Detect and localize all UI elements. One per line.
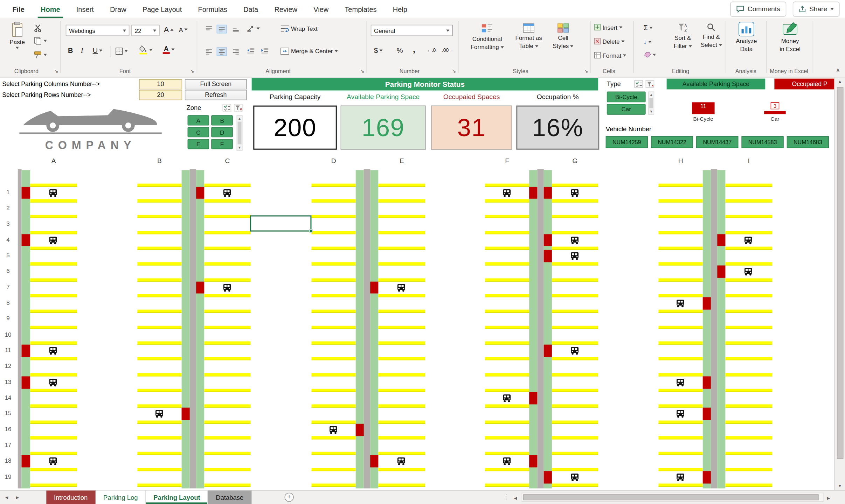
spot-divider xyxy=(659,436,703,439)
spot-divider xyxy=(378,246,425,250)
spot-divider xyxy=(30,231,77,234)
spot-divider xyxy=(311,452,355,455)
occupied-cell-E18 xyxy=(370,455,378,468)
column-letter-d: D xyxy=(323,157,345,165)
vehicle-icon-G1 xyxy=(570,189,580,197)
spot-divider xyxy=(725,326,772,329)
vertical-scroll-thumb[interactable] xyxy=(837,87,843,459)
tab-splitter-handle[interactable]: ⋮ xyxy=(503,493,509,500)
vehicle-icon-I4 xyxy=(744,236,754,244)
selected-cell[interactable] xyxy=(250,215,311,231)
spot-divider xyxy=(552,262,598,266)
hscroll-right-arrow[interactable]: ► xyxy=(826,495,831,500)
spot-divider xyxy=(552,452,598,455)
excel-window: FileHomeInsertDrawPage LayoutFormulasDat… xyxy=(0,0,845,504)
spot-divider xyxy=(659,326,703,329)
sheet-tab-bar: ◄ ► IntroductionParking LogParking Layou… xyxy=(0,490,845,504)
spot-divider xyxy=(552,294,598,297)
sheet-tab-database[interactable]: Database xyxy=(208,491,252,504)
spot-divider xyxy=(485,405,529,408)
spot-divider xyxy=(30,294,77,297)
spot-divider xyxy=(552,373,598,376)
occupied-cell-E7 xyxy=(370,281,378,294)
spot-divider xyxy=(204,278,250,281)
occupied-cell-A18 xyxy=(22,455,30,468)
sheet-tab-parking-log[interactable]: Parking Log xyxy=(96,491,146,504)
spot-divider xyxy=(552,278,598,281)
spot-divider xyxy=(485,420,529,424)
column-letter-c: C xyxy=(217,157,238,165)
occupied-cell-I6 xyxy=(717,266,725,278)
row-number-13: 13 xyxy=(1,378,15,385)
vehicle-icon-B15 xyxy=(155,410,165,418)
vehicle-icon-I6 xyxy=(744,268,754,276)
row-number-3: 3 xyxy=(1,220,15,227)
column-letter-a: A xyxy=(43,157,64,165)
vehicle-icon-D16 xyxy=(329,426,339,434)
sheet-tab-introduction[interactable]: Introduction xyxy=(46,491,96,504)
spot-divider xyxy=(552,215,598,218)
collapse-ribbon-button[interactable]: ∧ xyxy=(833,67,843,73)
spot-divider xyxy=(725,294,772,297)
spot-divider xyxy=(659,373,703,376)
sheet-tabs: IntroductionParking LogParking LayoutDat… xyxy=(46,491,251,504)
add-sheet-button[interactable]: + xyxy=(285,493,294,502)
spot-divider xyxy=(378,199,425,202)
spot-divider xyxy=(311,278,355,281)
spot-divider xyxy=(204,357,250,360)
spot-divider xyxy=(659,405,703,408)
spot-divider xyxy=(311,468,355,471)
spot-divider xyxy=(725,278,772,281)
vertical-scrollbar[interactable]: ▲ ▼ xyxy=(834,78,845,490)
chart-category-label: Car xyxy=(759,116,791,122)
spot-divider xyxy=(137,436,181,439)
spot-divider xyxy=(485,373,529,376)
hscroll-left-arrow[interactable]: ◄ xyxy=(513,495,518,500)
vehicle-icon-A1 xyxy=(49,189,58,197)
vehicle-icon-H15 xyxy=(676,410,686,418)
spot-divider xyxy=(311,373,355,376)
fill-handle[interactable] xyxy=(309,229,312,232)
spot-divider xyxy=(552,183,598,187)
spot-divider xyxy=(137,231,181,234)
vehicle-icon-C7 xyxy=(223,284,233,292)
spot-divider xyxy=(485,341,529,344)
row-number-8: 8 xyxy=(1,299,15,306)
occupied-cell-G4 xyxy=(544,234,552,246)
sheet-tab-parking-layout[interactable]: Parking Layout xyxy=(146,491,208,504)
spot-divider xyxy=(30,199,77,202)
spot-divider xyxy=(204,199,250,202)
spot-divider xyxy=(552,231,598,234)
occupied-cell-F18 xyxy=(529,455,537,468)
spot-divider xyxy=(311,183,355,187)
spot-divider xyxy=(204,405,250,408)
spot-divider xyxy=(30,183,77,187)
horizontal-scroll-thumb[interactable] xyxy=(523,494,818,500)
spot-divider xyxy=(725,183,772,187)
row-number-6: 6 xyxy=(1,268,15,274)
spot-divider xyxy=(204,452,250,455)
aisle-strip-g xyxy=(544,170,552,488)
tab-nav-right-arrow[interactable]: ► xyxy=(15,495,20,500)
spot-divider xyxy=(725,436,772,439)
spot-divider xyxy=(485,484,529,487)
spot-divider xyxy=(137,420,181,424)
horizontal-scrollbar[interactable] xyxy=(522,493,824,502)
spot-divider xyxy=(137,183,181,187)
spot-divider xyxy=(378,357,425,360)
row-number-11: 11 xyxy=(1,347,15,353)
scroll-down-arrow[interactable]: ▼ xyxy=(835,484,845,489)
tab-nav-left-arrow[interactable]: ◄ xyxy=(4,495,9,500)
scroll-up-arrow[interactable]: ▲ xyxy=(835,79,845,84)
occupied-cell-A4 xyxy=(22,234,30,246)
spot-divider xyxy=(204,420,250,424)
spot-divider xyxy=(204,262,250,266)
spot-divider xyxy=(552,341,598,344)
vehicle-icon-G4 xyxy=(570,236,580,244)
spot-divider xyxy=(552,420,598,424)
spot-divider xyxy=(378,420,425,424)
spot-divider xyxy=(725,199,772,202)
column-letter-f: F xyxy=(496,157,518,165)
spot-divider xyxy=(378,389,425,392)
spot-divider xyxy=(30,357,77,360)
